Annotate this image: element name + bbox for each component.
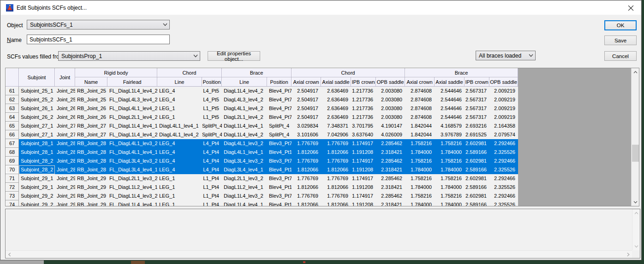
cell-brace_pos[interactable]: Blev3_Pt7 [267,174,292,183]
table-row[interactable]: 69Subjoint_28_2Joint_28RB_Joint_28FL_Dia… [6,157,518,165]
cell-c_axial_crown[interactable]: 2.504917 [292,104,321,113]
column-header-fairlead[interactable]: Fairlead [107,77,157,87]
cell-joint[interactable]: Joint_25 [55,95,75,104]
group-header[interactable]: Chord [292,68,405,77]
cell-c_ipb_crown[interactable]: 1.191208 [351,148,376,157]
scroll-down-icon[interactable] [632,198,639,206]
cell-c_axial_saddle[interactable]: 2.636469 [321,113,351,122]
column-header-brace_pos[interactable]: Position [267,77,292,87]
cell-c_opb_saddle[interactable]: 2.003080 [376,104,405,113]
cell-fairlead[interactable]: FL_DiagL1L4_lev4_1 [107,122,157,130]
cell-brace_pos[interactable]: Blev3_Pt7 [267,192,292,200]
table-row[interactable]: 63Subjoint_26_1Joint_26RB_Joint_26FL_Dia… [6,104,518,113]
cell-c_ipb_crown[interactable]: 3.637640 [351,130,376,139]
cell-chord_pos[interactable]: L4_Pt4 [202,148,222,157]
cell-joint[interactable]: Joint_27 [55,122,75,130]
cell-b_axial_crown[interactable]: 1.784000 [405,148,435,157]
column-header-c_axial_saddle[interactable]: Axial saddle [321,77,351,87]
cell-fairlead[interactable]: FL_DiagL1L2_lev4_1 [107,183,157,192]
edit-properties-button[interactable]: Edit properties object... [208,51,260,61]
title-bar[interactable]: Edit Subjoints SCFs object... [1,1,641,15]
cell-c_axial_saddle[interactable]: 1.776769 [321,192,351,200]
cell-subjoint[interactable]: Subjoint_28_1 [19,148,55,157]
table-row[interactable]: 64Subjoint_26_2Joint_26RB_Joint_26FL_Dia… [6,113,518,122]
braces-filter-select[interactable]: All braces loaded [476,51,536,60]
cell-b_opb_saddle[interactable]: 2.009219 [489,113,518,122]
cell-joint[interactable]: Joint_29 [55,192,75,200]
cell-c_ipb_crown[interactable]: 1.191208 [351,183,376,192]
table-row[interactable]: 72Subjoint_29_1Joint_29RB_Joint_29FL_Dia… [6,183,518,192]
cell-c_opb_saddle[interactable]: 2.318421 [376,200,405,206]
cell-brace_pos[interactable]: Blev4_Pt1 [267,183,292,192]
cell-c_ipb_crown[interactable]: 3.701795 [351,122,376,130]
cell-c_axial_saddle[interactable]: 1.812066 [321,200,351,206]
cell-c_axial_crown[interactable]: 1.812066 [292,183,321,192]
cell-b_opb_saddle[interactable]: 2.009219 [489,104,518,113]
cell-chord_line[interactable]: LEG_1 [157,104,202,113]
cell-b_axial_saddle[interactable]: 3.976789 [435,130,465,139]
cell-b_ipb_crown[interactable]: 2.602981 [465,192,489,200]
ok-button[interactable]: OK [604,20,637,30]
cell-fairlead[interactable]: FL_DiagL4L1_lev4_2 [107,104,157,113]
cell-subjoint[interactable]: Subjoint_25_1 [19,87,55,95]
cell-joint[interactable]: Joint_29 [55,174,75,183]
cell-chord_line[interactable]: LEG_4 [157,165,202,174]
cell-b_opb_saddle[interactable]: 2.325526 [489,165,518,174]
cell-chord_line[interactable]: LEG_1 [157,192,202,200]
column-header-c_opb_saddle[interactable]: OPB saddle [376,77,405,87]
cell-name[interactable]: RB_Joint_27 [75,130,107,139]
cell-chord_line[interactable]: LEG_1 [157,200,202,206]
cell-b_opb_saddle[interactable]: 2.079574 [489,130,518,139]
cell-brace_line[interactable]: DiagL4L1_lev3_2 [222,139,267,148]
cell-b_opb_saddle[interactable]: 2.292466 [489,192,518,200]
table-row[interactable]: 65Subjoint_27_1Joint_27RB_Joint_27FL_Dia… [6,122,518,130]
cell-brace_pos[interactable]: Blev4_Pt7 [267,87,292,95]
cell-c_opb_saddle[interactable]: 2.003080 [376,87,405,95]
cell-b_opb_saddle[interactable]: 2.292466 [489,139,518,148]
table-row[interactable]: 62Subjoint_25_2Joint_25RB_Joint_25FL_Dia… [6,95,518,104]
cell-c_ipb_crown[interactable]: 1.217736 [351,95,376,104]
cell-joint[interactable]: Joint_29 [55,183,75,192]
table-row[interactable]: 66Subjoint_27_1Joint_27RB_Joint_27FL_Dia… [6,130,518,139]
cell-chord_pos[interactable]: L1_Pt4 [202,200,222,206]
cell-c_axial_saddle[interactable]: 1.812066 [321,148,351,157]
cell-brace_line[interactable]: DiagL3L4_lev4_1 [222,165,267,174]
cell-brace_line[interactable]: DiagL1L4_lev4_1 [222,200,267,206]
row-header[interactable]: 74 [6,200,19,206]
cell-c_axial_crown[interactable]: 2.504917 [292,87,321,95]
cell-brace_pos[interactable]: Blev3_Pt7 [267,139,292,148]
cell-c_ipb_crown[interactable]: 1.191208 [351,200,376,206]
cell-chord_line[interactable]: LEG_4 [157,157,202,165]
cell-b_ipb_crown[interactable]: 2.691525 [465,130,489,139]
cell-name[interactable]: RB_Joint_29 [75,192,107,200]
cell-chord_pos[interactable]: SplitPt_4 [202,122,222,130]
cell-name[interactable]: RB_Joint_26 [75,104,107,113]
cell-name[interactable]: RB_Joint_29 [75,174,107,183]
cell-subjoint[interactable]: Subjoint_29_2 [19,200,55,206]
cell-subjoint[interactable]: Subjoint_25_2 [19,95,55,104]
cell-chord_pos[interactable]: L4_Pt4 [202,139,222,148]
row-header[interactable]: 65 [6,122,19,130]
row-header[interactable]: 62 [6,95,19,104]
cell-brace_pos[interactable]: Blev4_Pt1 [267,148,292,157]
cell-b_ipb_crown[interactable]: 2.567317 [465,95,489,104]
panel-vertical-scrollbar[interactable] [632,209,640,250]
cell-chord_line[interactable]: DiagL4L1_lev4_1 [157,122,202,130]
cell-name[interactable]: RB_Joint_28 [75,148,107,157]
cell-chord_pos[interactable]: L1_Pt5 [202,113,222,122]
cell-fairlead[interactable]: FL_DiagL2L1_lev3_2 [107,174,157,183]
cell-c_axial_saddle[interactable]: 2.636469 [321,95,351,104]
column-header-c_axial_crown[interactable]: Axial crown [292,77,321,87]
cell-chord_line[interactable]: LEG_1 [157,183,202,192]
cell-c_axial_crown[interactable]: 2.504917 [292,113,321,122]
cell-c_opb_saddle[interactable]: 2.285462 [376,157,405,165]
save-button[interactable]: Save [604,35,637,45]
column-header-c_ipb_crown[interactable]: IPB crown [351,77,376,87]
row-header[interactable]: 73 [6,192,19,200]
cell-b_ipb_crown[interactable]: 2.602981 [465,157,489,165]
column-header-name[interactable]: Name [75,77,107,87]
cell-c_opb_saddle[interactable]: 2.285462 [376,139,405,148]
cell-name[interactable]: RB_Joint_28 [75,165,107,174]
cell-b_axial_crown[interactable]: 1.758216 [405,139,435,148]
scfs-source-select[interactable]: SubjointsProp_1 [58,51,200,61]
